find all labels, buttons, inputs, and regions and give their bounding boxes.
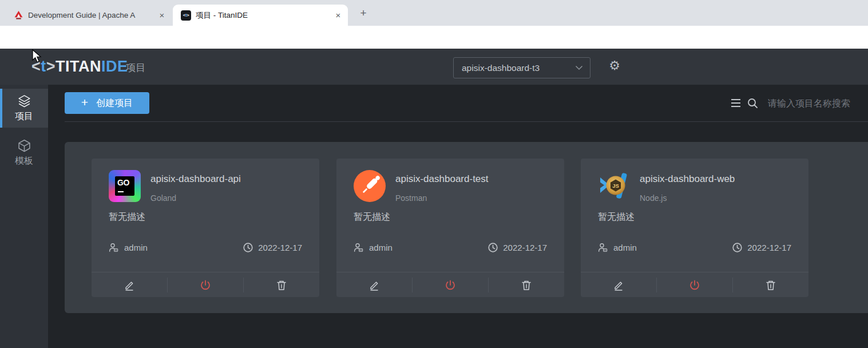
clock-icon — [243, 243, 253, 252]
new-tab-button[interactable]: + — [357, 7, 370, 19]
delete-icon[interactable] — [489, 272, 564, 297]
tab-titanide[interactable]: <t> 项目 - TitanIDE × — [173, 5, 348, 26]
titanide-logo: <t>TITANIDE — [31, 58, 128, 76]
sidebar: 项目 模板 — [0, 85, 48, 348]
cube-icon — [17, 139, 31, 153]
project-owner: admin — [598, 243, 637, 252]
chevron-down-icon — [575, 65, 583, 70]
clock-icon — [488, 243, 498, 252]
svg-text:JS: JS — [612, 183, 619, 189]
mouse-cursor — [32, 49, 43, 64]
power-icon[interactable] — [657, 272, 732, 297]
project-description: 暂无描述 — [354, 211, 390, 223]
projects-panel: GO apisix-dashboard-api Goland 暂无描述 admi… — [65, 142, 868, 313]
tab-title: 项目 - TitanIDE — [196, 10, 333, 21]
workspace-select[interactable]: apisix-dashboard-t3 — [453, 57, 590, 78]
project-tool: Goland — [150, 193, 176, 203]
postman-icon — [354, 170, 386, 202]
project-tool: Node.js — [640, 193, 667, 203]
edit-icon[interactable] — [92, 272, 167, 297]
project-owner: admin — [354, 243, 393, 252]
tab-title: Development Guide | Apache A — [28, 11, 157, 19]
user-icon — [598, 243, 608, 252]
titanide-favicon-icon: <t> — [181, 10, 191, 21]
project-date: 2022-12-17 — [488, 243, 547, 252]
edit-icon[interactable] — [336, 272, 412, 297]
gear-icon[interactable]: ⚙ — [607, 58, 622, 73]
plus-icon: + — [81, 96, 88, 109]
nav-projects[interactable]: 项目 — [126, 61, 145, 74]
sidebar-item-templates[interactable]: 模板 — [0, 133, 48, 172]
app-header: <t>TITANIDE 项目 apisix-dashboard-t3 ⚙ — [0, 49, 868, 85]
power-icon[interactable] — [413, 272, 488, 297]
power-icon[interactable] — [168, 272, 243, 297]
project-card[interactable]: apisix-dashboard-test Postman 暂无描述 admin… — [336, 159, 564, 297]
search-icon[interactable] — [747, 98, 758, 109]
card-action-bar — [92, 272, 319, 297]
sidebar-item-label: 模板 — [15, 155, 33, 167]
card-action-bar — [336, 272, 564, 297]
tab-apisix-docs[interactable]: Development Guide | Apache A × — [5, 5, 172, 26]
clock-icon — [732, 243, 742, 252]
project-tool: Postman — [395, 193, 427, 203]
user-icon — [354, 243, 363, 252]
project-description: 暂无描述 — [598, 211, 635, 223]
browser-address-bar: hongxi.titanide.cn/ide/web/workspace/pro… — [0, 26, 868, 49]
goland-icon: GO — [109, 170, 141, 202]
create-project-button[interactable]: + 创建项目 — [65, 92, 149, 114]
tab-close-icon[interactable]: × — [333, 10, 343, 21]
apisix-favicon-icon — [14, 10, 23, 20]
user-icon — [109, 243, 118, 252]
search-input[interactable] — [768, 96, 868, 111]
project-owner: admin — [109, 243, 148, 252]
list-view-icon[interactable] — [731, 99, 740, 107]
layers-icon — [17, 94, 31, 108]
project-card[interactable]: GO apisix-dashboard-api Goland 暂无描述 admi… — [92, 159, 319, 297]
project-card[interactable]: JS apisix-dashboard-web Node.js 暂无描述 adm… — [581, 159, 808, 297]
delete-icon[interactable] — [244, 272, 319, 297]
tab-title-fade — [146, 11, 157, 19]
project-name: apisix-dashboard-web — [640, 173, 735, 185]
project-date: 2022-12-17 — [732, 243, 791, 252]
delete-icon[interactable] — [733, 272, 808, 297]
project-name: apisix-dashboard-api — [150, 173, 241, 185]
sidebar-item-projects[interactable]: 项目 — [0, 89, 48, 128]
browser-tab-strip: Development Guide | Apache A × <t> 项目 - … — [0, 0, 868, 26]
nodejs-icon: JS — [598, 170, 630, 202]
main-content: + 创建项目 GO apisix-dashboard-api Goland 暂无… — [48, 85, 868, 348]
project-date: 2022-12-17 — [243, 243, 302, 252]
project-description: 暂无描述 — [109, 211, 145, 223]
edit-icon[interactable] — [581, 272, 656, 297]
tab-close-icon[interactable]: × — [157, 10, 167, 21]
project-name: apisix-dashboard-test — [395, 173, 489, 185]
sidebar-item-label: 项目 — [15, 110, 33, 122]
toolbar-divider — [65, 121, 868, 122]
card-action-bar — [581, 272, 808, 297]
